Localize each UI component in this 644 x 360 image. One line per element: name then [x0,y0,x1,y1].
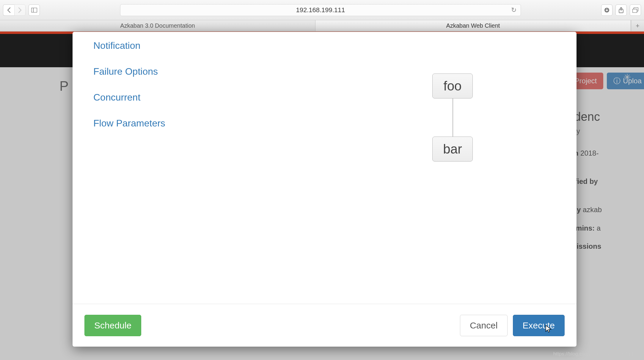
svg-rect-0 [32,8,37,12]
share-button[interactable] [615,4,627,16]
tabs-button[interactable] [630,4,641,16]
tab-label: Azkaban Web Client [446,22,500,29]
reload-icon[interactable]: ↻ [511,6,516,14]
schedule-button[interactable]: Schedule [84,315,141,336]
browser-tab-0[interactable]: Azkaban 3.0 Documentation [0,20,315,31]
dialog-sidenav: Notification Failure Options Concurrent … [93,40,200,304]
node-label: foo [443,79,461,93]
node-label: bar [443,142,462,156]
new-tab-button[interactable]: + [631,20,644,31]
browser-toolbar: 192.168.199.111 ↻ [0,0,644,20]
watermark-text: https://blog.csdn.net/weixin_38611497 [553,351,639,357]
downloads-button[interactable] [601,4,612,16]
button-label: Schedule [94,320,131,331]
button-label: Cancel [470,320,497,331]
browser-tab-1[interactable]: Azkaban Web Client [315,20,631,31]
sidebar-toggle-button[interactable] [29,4,40,16]
back-button[interactable] [3,4,14,16]
toolbar-right [601,4,641,16]
forward-button[interactable] [14,4,26,16]
address-bar[interactable]: 192.168.199.111 ↻ [120,4,521,16]
cancel-button[interactable]: Cancel [460,315,507,336]
address-text: 192.168.199.111 [296,6,345,14]
nav-back-forward [3,4,26,16]
flow-node-foo[interactable]: foo [432,73,473,98]
flow-edge [453,98,453,137]
flow-graph[interactable]: foo bar [200,40,563,304]
dialog-footer: Schedule Cancel Execute [73,304,577,347]
watermark-icon: ✳ [623,72,631,82]
nav-concurrent[interactable]: Concurrent [93,92,200,103]
browser-tabstrip: Azkaban 3.0 Documentation Azkaban Web Cl… [0,20,644,32]
tab-label: Azkaban 3.0 Documentation [120,22,195,29]
button-label: Execute [523,320,555,331]
execute-button[interactable]: Execute [513,315,565,336]
svg-rect-5 [633,9,637,12]
execute-flow-dialog: Notification Failure Options Concurrent … [73,32,577,347]
nav-failure-options[interactable]: Failure Options [93,66,200,77]
nav-notification[interactable]: Notification [93,40,200,51]
flow-node-bar[interactable]: bar [432,137,473,162]
dialog-body: Notification Failure Options Concurrent … [73,32,577,304]
nav-flow-parameters[interactable]: Flow Parameters [93,118,200,129]
